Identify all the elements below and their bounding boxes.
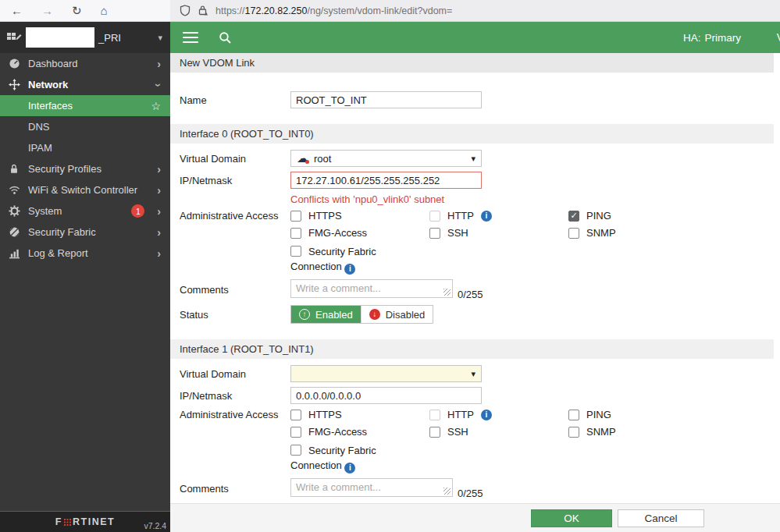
interface0-ip-netmask-input[interactable] [290, 172, 482, 189]
home-icon[interactable]: ⌂ [101, 4, 108, 17]
interface1-comments-input[interactable] [290, 478, 453, 497]
interface1-ssh-checkbox-item[interactable]: SSH [429, 426, 568, 438]
interface1-ip-row: IP/Netmask [170, 387, 780, 404]
clipped-header-text: V [777, 31, 780, 44]
interface0-vdom-row: Virtual Domain ☁ root ▾ [170, 150, 780, 167]
sidebar-item-network[interactable]: Network › [0, 74, 170, 95]
interface0-fabric-checkbox-item[interactable]: Security Fabric Connection i [290, 244, 408, 275]
fortinet-logo: FRTINET [55, 516, 115, 527]
sidebar-nav: Dashboard › Network › Interfaces ☆ DNS I… [0, 53, 170, 264]
sidebar-item-log-report[interactable]: Log & Report › [0, 243, 170, 264]
wifi-icon [8, 185, 20, 195]
ping-checkbox[interactable]: ✓ [568, 211, 579, 222]
disabled-down-arrow-icon: ↓ [369, 309, 380, 320]
device-selector[interactable]: _PRI ▾ [0, 22, 170, 53]
interface0-ip-row: IP/Netmask [170, 172, 780, 189]
ha-status: HA:Primary [683, 32, 741, 44]
sidebar-item-wifi-switch-controller[interactable]: WiFi & Switch Controller › [0, 179, 170, 200]
sidebar: _PRI ▾ Dashboard › Network › Interfaces … [0, 22, 170, 532]
sidebar-item-dashboard[interactable]: Dashboard › [0, 53, 170, 74]
interface1-http-checkbox-item[interactable]: HTTP i [429, 409, 568, 420]
bar-chart-icon [8, 248, 20, 259]
chevron-right-icon: › [157, 227, 161, 238]
ok-button[interactable]: OK [531, 509, 612, 527]
sidebar-item-ipam[interactable]: IPAM [0, 137, 170, 158]
interface0-subnet-conflict-error: Conflicts with 'npu0_vlink0' subnet [290, 193, 780, 205]
ssh-checkbox[interactable] [429, 427, 440, 438]
name-input[interactable] [290, 91, 482, 108]
http-checkbox[interactable] [429, 211, 440, 222]
address-bar[interactable]: https://172.20.82.250/ng/system/vdom-lin… [170, 0, 780, 21]
back-icon[interactable]: ← [11, 4, 23, 17]
resize-handle-icon[interactable] [443, 289, 451, 296]
interface0-fmg-checkbox-item[interactable]: FMG-Access [290, 227, 429, 239]
interface1-ping-checkbox-item[interactable]: PING [568, 409, 707, 420]
move-arrows-icon [8, 79, 20, 90]
interface1-ip-netmask-input[interactable] [290, 387, 482, 404]
chevron-right-icon: › [157, 206, 161, 217]
info-icon[interactable]: i [481, 211, 492, 222]
fmg-access-checkbox[interactable] [290, 427, 301, 438]
interface1-fabric-checkbox-item[interactable]: Security Fabric Connection i [290, 443, 408, 473]
chevron-right-icon: › [157, 164, 161, 175]
fortigate-product-icon [6, 31, 22, 44]
sidebar-item-security-fabric[interactable]: Security Fabric › [0, 222, 170, 243]
interface0-https-checkbox-item[interactable]: HTTPS [290, 210, 429, 222]
chevron-down-icon: › [154, 83, 165, 87]
browser-nav-icons: ← → ↻ ⌂ [0, 4, 170, 18]
interface0-ping-checkbox-item[interactable]: ✓ PING [568, 210, 707, 222]
interface1-virtual-domain-select[interactable]: ▾ [290, 365, 482, 382]
security-fabric-connection-checkbox[interactable] [290, 445, 301, 456]
sidebar-item-security-profiles[interactable]: Security Profiles › [0, 158, 170, 179]
status-enabled-button[interactable]: ↑ Enabled [291, 306, 361, 323]
info-icon[interactable]: i [481, 410, 492, 420]
caret-down-icon[interactable]: ▾ [158, 33, 162, 43]
resize-handle-icon[interactable] [443, 488, 451, 495]
interface0-snmp-checkbox-item[interactable]: SNMP [568, 227, 707, 239]
interface0-status-toggle: ↑ Enabled ↓ Disabled [290, 305, 433, 324]
form-footer: OK Cancel [170, 503, 780, 532]
sidebar-item-dns[interactable]: DNS [0, 116, 170, 137]
interface0-ssh-checkbox-item[interactable]: SSH [429, 227, 568, 239]
vdom-cloud-icon: ☁ [297, 153, 308, 164]
snmp-checkbox[interactable] [568, 228, 579, 239]
name-label: Name [180, 94, 290, 106]
enabled-up-arrow-icon: ↑ [299, 309, 310, 320]
interface1-comments-counter: 0/255 [458, 488, 483, 499]
info-icon[interactable]: i [344, 264, 355, 275]
reload-icon[interactable]: ↻ [72, 4, 82, 18]
interface1-snmp-checkbox-item[interactable]: SNMP [568, 426, 707, 438]
interface0-virtual-domain-select[interactable]: ☁ root ▾ [290, 150, 482, 167]
lock-warning-icon[interactable] [198, 5, 208, 16]
ping-checkbox[interactable] [568, 410, 579, 420]
hostname-redacted [26, 27, 94, 48]
gauge-icon [8, 58, 20, 69]
status-disabled-button[interactable]: ↓ Disabled [361, 306, 433, 323]
cancel-button[interactable]: Cancel [618, 509, 704, 527]
favorite-star-icon[interactable]: ☆ [151, 100, 161, 112]
app-header: HA:Primary V [170, 22, 780, 53]
snmp-checkbox[interactable] [568, 427, 579, 438]
interface0-section-header: Interface 0 (ROOT_TO_INT0) [170, 124, 774, 144]
content-pane: New VDOM Link Name Interface 0 (ROOT_TO_… [170, 53, 780, 532]
sidebar-item-interfaces[interactable]: Interfaces ☆ [0, 95, 170, 116]
url-text: https://172.20.82.250/ng/system/vdom-lin… [215, 5, 452, 16]
security-fabric-connection-checkbox[interactable] [290, 246, 301, 257]
forward-icon[interactable]: → [41, 4, 53, 17]
interface1-fmg-checkbox-item[interactable]: FMG-Access [290, 426, 429, 438]
lock-icon [8, 163, 20, 175]
search-icon[interactable] [219, 31, 232, 44]
ssh-checkbox[interactable] [429, 228, 440, 239]
sidebar-item-system[interactable]: System 1 › [0, 200, 170, 222]
interface0-comments-input[interactable] [290, 279, 453, 298]
https-checkbox[interactable] [290, 410, 301, 420]
https-checkbox[interactable] [290, 211, 301, 222]
interface0-http-checkbox-item[interactable]: HTTP i [429, 210, 568, 222]
interface1-https-checkbox-item[interactable]: HTTPS [290, 409, 429, 420]
http-checkbox[interactable] [429, 410, 440, 420]
fmg-access-checkbox[interactable] [290, 228, 301, 239]
name-row: Name [170, 91, 780, 108]
info-icon[interactable]: i [344, 463, 355, 473]
hamburger-menu-icon[interactable] [183, 32, 198, 44]
tracking-shield-icon[interactable] [180, 5, 191, 16]
